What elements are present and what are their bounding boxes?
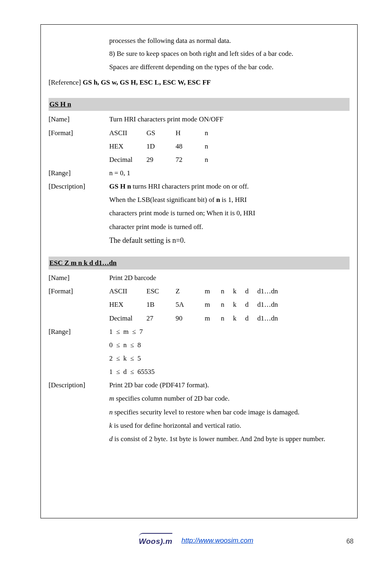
desc-text: specifies security level to restore when… [113,408,300,416]
fmt-cell: ASCII [109,284,146,298]
fmt-cell: n [221,312,233,325]
reference-bold: GS h, GS w, GS H, ESC L, ESC W, ESC FF [83,79,211,86]
description-line: k is used for define horizontal and vert… [109,419,350,432]
fmt-cell: k [233,298,245,311]
format-label: [Format] [49,284,109,298]
logo: Woos).m [139,533,172,549]
description-line: m specifies column number of 2D bar code… [109,392,350,405]
name-label: [Name] [49,271,109,284]
range-label: [Range] [49,325,109,338]
desc-bold: GS H n [109,183,131,190]
fmt-cell: d1…dn [257,312,350,325]
desc-italic: m [109,395,114,402]
fmt-cell: 90 [176,312,205,325]
description-line: n specifies security level to restore wh… [109,405,350,419]
desc-text: When the LSB(least significant bit) of [109,196,216,204]
footer-link[interactable]: http://www.woosim.com [182,537,254,544]
fmt-cell: Decimal [109,153,146,166]
section-heading-gs-h-n: GS H n [49,98,350,111]
desc-text: turns HRI characters print mode on or of… [131,183,249,190]
fmt-cell: d1…dn [257,284,350,298]
fmt-cell: HEX [109,298,146,311]
fmt-cell: d [245,298,257,311]
footer: Woos).m http://www.woosim.com [0,533,392,549]
fmt-cell: n [205,140,350,153]
fmt-cell: k [233,312,245,325]
range-line: 0 ≤ n ≤ 8 [109,338,350,352]
description-line: When the LSB(least significant bit) of n… [109,193,350,206]
desc-italic: k [109,422,112,429]
fmt-cell: k [233,284,245,298]
desc-bold: n [216,196,220,204]
name-value: Print 2D barcode [109,271,350,284]
range-label: [Range] [49,166,109,180]
desc-text: specifies column number of 2D bar code. [114,395,229,402]
desc-italic: n [109,408,113,416]
fmt-cell: 1B [146,298,176,311]
fmt-cell: Decimal [109,312,146,325]
fmt-cell: ASCII [109,126,146,140]
description-line: characters print mode is turned on; When… [109,206,350,220]
intro-line-2: 8) Be sure to keep spaces on both right … [109,47,350,60]
fmt-cell: m [205,312,221,325]
range-value: n = 0, 1 [109,166,350,180]
fmt-cell: m [205,284,221,298]
fmt-cell: n [205,126,350,140]
desc-italic: d [109,435,113,443]
fmt-cell: n [221,284,233,298]
desc-text: is consist of 2 byte. 1st byte is lower … [113,435,326,443]
fmt-cell: ESC [146,284,176,298]
fmt-cell: 5A [176,298,205,311]
format-label: [Format] [49,126,109,140]
range-line: 1 ≤ d ≤ 65535 [109,365,350,378]
page-number: 68 [346,535,354,548]
intro-line-3: Spaces are different depending on the ty… [109,61,350,74]
intro-line-1: processes the following data as normal d… [109,34,350,47]
name-value: Turn HRI characters print mode ON/OFF [109,113,350,126]
range-line: 2 ≤ k ≤ 5 [109,352,350,365]
name-label: [Name] [49,113,109,126]
description-label: [Description] [49,180,109,193]
desc-text: is 1, HRI [220,196,247,204]
fmt-cell: n [205,153,350,166]
range-line: 1 ≤ m ≤ 7 [109,325,350,338]
description-line: The default setting is n=0. [109,233,350,248]
reference-label: [Reference] [49,79,83,86]
fmt-cell: d1…dn [257,298,350,311]
fmt-cell: 72 [176,153,205,166]
fmt-cell: 48 [176,140,205,153]
fmt-cell: Z [176,284,205,298]
section-heading-esc-z: ESC Z m n k d d1…dn [49,257,350,270]
fmt-cell: H [176,126,205,140]
description-line: character print mode is turned off. [109,220,350,233]
description-line: Print 2D bar code (PDF417 format). [109,378,350,392]
fmt-cell: 1D [146,140,176,153]
esc-z-table: [Name] Print 2D barcode [Format] ASCII E… [49,271,350,446]
fmt-cell: d [245,312,257,325]
description-line: d is consist of 2 byte. 1st byte is lowe… [109,432,350,446]
fmt-cell: 29 [146,153,176,166]
description-line: GS H n turns HRI characters print mode o… [109,180,350,193]
fmt-cell: n [221,298,233,311]
fmt-cell: d [245,284,257,298]
desc-text: is used for define horizontal and vertic… [112,422,242,429]
gs-h-n-table: [Name] Turn HRI characters print mode ON… [49,113,350,247]
fmt-cell: 27 [146,312,176,325]
fmt-cell: m [205,298,221,311]
fmt-cell: HEX [109,140,146,153]
description-label: [Description] [49,378,109,392]
fmt-cell: GS [146,126,176,140]
